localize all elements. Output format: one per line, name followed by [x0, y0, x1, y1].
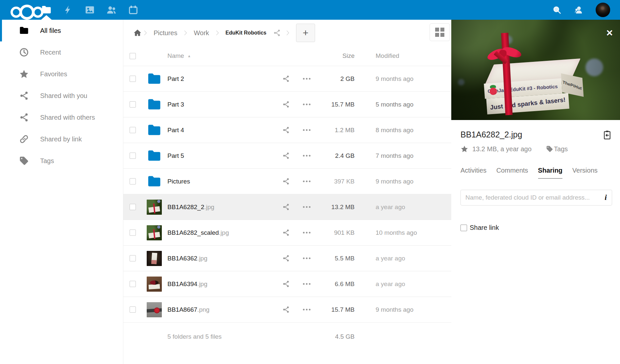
- copy-internal-link-icon[interactable]: [602, 130, 612, 140]
- table-row[interactable]: Pictures 397 KB 9 months ago: [123, 169, 451, 194]
- table-row[interactable]: BB1A6394.jpg 6.6 MB a year ago: [123, 271, 451, 297]
- more-actions-icon[interactable]: [303, 257, 310, 259]
- share-icon[interactable]: [282, 255, 290, 262]
- file-modified: a year ago: [355, 255, 451, 262]
- more-actions-icon[interactable]: [303, 104, 310, 105]
- tab-versions[interactable]: Versions: [572, 167, 598, 179]
- share-folder-icon[interactable]: [273, 29, 281, 37]
- table-row[interactable]: Part 5 2.4 GB 7 months ago: [123, 143, 451, 169]
- row-checkbox[interactable]: [130, 153, 136, 159]
- row-checkbox[interactable]: [130, 76, 136, 82]
- file-size: 397 KB: [325, 178, 355, 185]
- breadcrumb-current-folder: EduKit Robotics: [226, 30, 266, 36]
- details-file-meta: 13.2 MB, a year ago: [472, 145, 532, 153]
- info-icon[interactable]: i: [605, 193, 607, 202]
- sidebar-item-tags[interactable]: Tags: [0, 150, 123, 172]
- row-checkbox[interactable]: [130, 230, 136, 236]
- file-name[interactable]: Part 2: [167, 75, 278, 83]
- column-header-modified[interactable]: Modified: [355, 52, 451, 60]
- file-size: 1.2 MB: [325, 127, 355, 134]
- share-icon[interactable]: [282, 229, 290, 236]
- table-row-selected[interactable]: BB1A6282_2.jpg 13.2 MB a year ago: [123, 194, 451, 220]
- favorite-star-icon[interactable]: [460, 145, 472, 153]
- sidebar-item-favorites[interactable]: Favorites: [0, 63, 123, 85]
- breadcrumb-pictures[interactable]: Pictures: [154, 29, 177, 37]
- more-actions-icon[interactable]: [303, 232, 310, 233]
- file-name[interactable]: BB1A6282_scaled.jpg: [167, 229, 278, 236]
- tab-activities[interactable]: Activities: [460, 167, 486, 179]
- file-name[interactable]: Part 4: [167, 127, 278, 134]
- contacts-menu-icon[interactable]: [574, 5, 583, 14]
- share-icon[interactable]: [282, 178, 290, 185]
- breadcrumb-work[interactable]: Work: [194, 29, 209, 37]
- sidebar-item-shared-with-others[interactable]: Shared with others: [0, 107, 123, 128]
- share-link-checkbox[interactable]: [460, 225, 467, 231]
- search-icon[interactable]: [552, 5, 561, 14]
- table-row[interactable]: BB1A6362.jpg 5.5 MB a year ago: [123, 246, 451, 271]
- more-actions-icon[interactable]: [303, 155, 310, 157]
- table-row[interactable]: BB1A6282_scaled.jpg 901 KB 10 months ago: [123, 220, 451, 246]
- select-all-checkbox[interactable]: [130, 53, 136, 59]
- file-modified: 9 months ago: [355, 178, 451, 185]
- row-checkbox[interactable]: [130, 127, 136, 133]
- close-details-icon[interactable]: ×: [606, 27, 613, 38]
- file-thumbnail: [142, 302, 167, 317]
- table-row[interactable]: Part 2 2 GB 9 months ago: [123, 66, 451, 92]
- file-name[interactable]: BB1A6362.jpg: [167, 255, 278, 262]
- row-checkbox[interactable]: [130, 281, 136, 287]
- top-header-bar: [0, 0, 620, 20]
- app-calendar-button[interactable]: [122, 0, 144, 20]
- folder-icon: [142, 97, 167, 112]
- app-files-button[interactable]: [36, 0, 57, 20]
- file-name[interactable]: Part 3: [167, 101, 278, 108]
- table-row[interactable]: Part 4 1.2 MB 8 months ago: [123, 117, 451, 143]
- more-actions-icon[interactable]: [303, 78, 310, 80]
- file-name[interactable]: BB1A6282_2.jpg: [167, 204, 278, 211]
- row-checkbox[interactable]: [130, 178, 136, 184]
- more-actions-icon[interactable]: [303, 181, 310, 182]
- table-row[interactable]: Part 3 15.7 MB 5 months ago: [123, 92, 451, 117]
- share-link-label[interactable]: Share link: [470, 224, 499, 231]
- app-gallery-button[interactable]: [79, 0, 101, 20]
- share-icon[interactable]: [282, 152, 290, 159]
- grid-view-toggle-button[interactable]: [430, 23, 450, 41]
- file-name[interactable]: Part 5: [167, 152, 278, 159]
- more-actions-icon[interactable]: [303, 283, 310, 285]
- share-icon[interactable]: [282, 280, 290, 288]
- user-avatar[interactable]: [596, 3, 610, 17]
- file-name[interactable]: BB1A8667.png: [167, 306, 278, 313]
- share-icon[interactable]: [282, 306, 290, 313]
- file-size: 2.4 GB: [325, 152, 355, 159]
- more-actions-icon[interactable]: [303, 309, 310, 310]
- more-actions-icon[interactable]: [303, 129, 310, 131]
- file-size: 15.7 MB: [325, 101, 355, 108]
- app-activity-button[interactable]: [57, 0, 79, 20]
- tab-sharing[interactable]: Sharing: [538, 167, 562, 179]
- row-checkbox[interactable]: [130, 204, 136, 210]
- app-contacts-button[interactable]: [101, 0, 122, 20]
- clock-icon: [19, 47, 29, 57]
- row-checkbox[interactable]: [130, 101, 136, 108]
- tags-button[interactable]: Tags: [554, 145, 568, 153]
- row-checkbox[interactable]: [130, 306, 136, 313]
- share-icon[interactable]: [282, 101, 290, 108]
- column-header-name[interactable]: Name ▲: [167, 52, 278, 60]
- home-icon[interactable]: [133, 29, 142, 37]
- row-checkbox[interactable]: [130, 255, 136, 261]
- column-header-size[interactable]: Size: [325, 52, 355, 60]
- sidebar-item-recent[interactable]: Recent: [0, 41, 123, 63]
- file-modified: 9 months ago: [355, 75, 451, 83]
- share-icon[interactable]: [282, 203, 290, 211]
- sidebar-item-shared-by-link[interactable]: Shared by link: [0, 128, 123, 150]
- share-icon[interactable]: [282, 75, 290, 83]
- file-name[interactable]: Pictures: [167, 178, 278, 185]
- sidebar-item-shared-with-you[interactable]: Shared with you: [0, 85, 123, 107]
- table-row[interactable]: BB1A8667.png 15.7 MB 9 months ago: [123, 297, 451, 323]
- more-actions-icon[interactable]: [303, 206, 310, 208]
- file-name[interactable]: BB1A6394.jpg: [167, 280, 278, 288]
- tab-comments[interactable]: Comments: [496, 167, 528, 179]
- sidebar-item-all-files[interactable]: All files: [0, 20, 123, 41]
- share-recipient-input[interactable]: [460, 190, 612, 206]
- share-icon[interactable]: [282, 126, 290, 134]
- new-file-button[interactable]: +: [296, 24, 315, 42]
